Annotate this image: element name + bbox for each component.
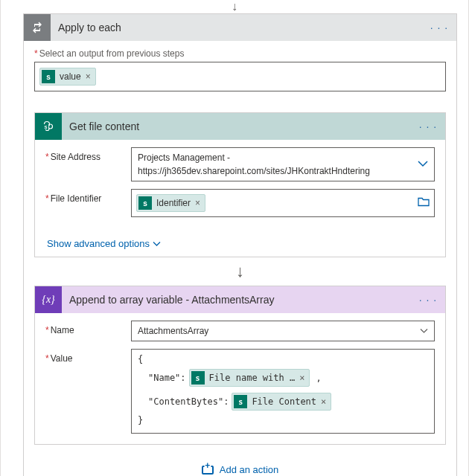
apply-to-each-header[interactable]: Apply to each · · · [24, 14, 456, 41]
name-label: *Name [45, 321, 131, 335]
file-identifier-input[interactable]: s Identifier × [131, 189, 435, 217]
flow-arrow-middle: ↓ [24, 257, 456, 286]
add-action-icon [202, 466, 214, 475]
get-file-content-header[interactable]: S Get file content · · · [35, 113, 445, 140]
identifier-token[interactable]: s Identifier × [136, 194, 205, 212]
show-advanced-options-link[interactable]: Show advanced options [47, 238, 161, 249]
name-select[interactable]: AttachmentsArray [131, 321, 435, 341]
get-file-content-menu[interactable]: · · · [418, 120, 438, 132]
select-output-label: *Select an output from previous steps [34, 48, 446, 59]
remove-token-icon[interactable]: × [321, 396, 326, 407]
remove-token-icon[interactable]: × [86, 71, 91, 82]
sharepoint-icon: s [234, 395, 247, 408]
site-address-label: *Site Address [45, 147, 131, 162]
chevron-down-icon [153, 239, 161, 248]
append-to-array-card: {x} Append to array variable - Attachmen… [34, 286, 446, 445]
append-to-array-title: Append to array variable - AttachmentsAr… [62, 294, 418, 306]
select-output-input[interactable]: s value × [34, 62, 446, 91]
sharepoint-icon: s [191, 371, 205, 385]
flow-arrow-in: ↓ [232, 0, 237, 13]
apply-to-each-body: *Select an output from previous steps s … [24, 41, 456, 102]
sharepoint-icon: s [42, 70, 55, 83]
folder-picker-icon[interactable] [418, 197, 430, 210]
file-identifier-label: *File Identifier [45, 189, 131, 204]
get-file-content-title: Get file content [62, 120, 418, 132]
add-action-row: Add an action [24, 445, 456, 476]
remove-token-icon[interactable]: × [195, 198, 200, 208]
add-action-button[interactable]: Add an action [196, 461, 285, 476]
get-file-content-card: S Get file content · · · *Site Address P… [34, 112, 446, 257]
loop-icon [24, 14, 51, 41]
apply-to-each-card: Apply to each · · · *Select an output fr… [23, 13, 457, 476]
append-to-array-header[interactable]: {x} Append to array variable - Attachmen… [35, 286, 445, 313]
value-input[interactable]: { "Name": s File name with … × , "Co [131, 349, 435, 434]
apply-to-each-title: Apply to each [51, 22, 430, 33]
remove-token-icon[interactable]: × [299, 373, 304, 383]
variable-icon: {x} [35, 286, 62, 313]
sharepoint-connector-icon: S [35, 113, 62, 140]
sharepoint-icon: s [138, 196, 152, 210]
file-content-token[interactable]: s File Content × [232, 393, 331, 411]
value-label: *Value [45, 349, 131, 364]
value-token[interactable]: s value × [39, 68, 96, 86]
apply-to-each-menu[interactable]: · · · [430, 22, 449, 33]
svg-text:S: S [44, 125, 47, 129]
file-name-token[interactable]: s File name with … × [189, 369, 310, 387]
chevron-down-icon[interactable] [420, 327, 428, 335]
site-address-dropdown-icon[interactable] [418, 158, 428, 171]
append-to-array-menu[interactable]: · · · [418, 294, 438, 306]
site-address-input[interactable]: Projects Management - https://jh365dev.s… [131, 147, 435, 181]
